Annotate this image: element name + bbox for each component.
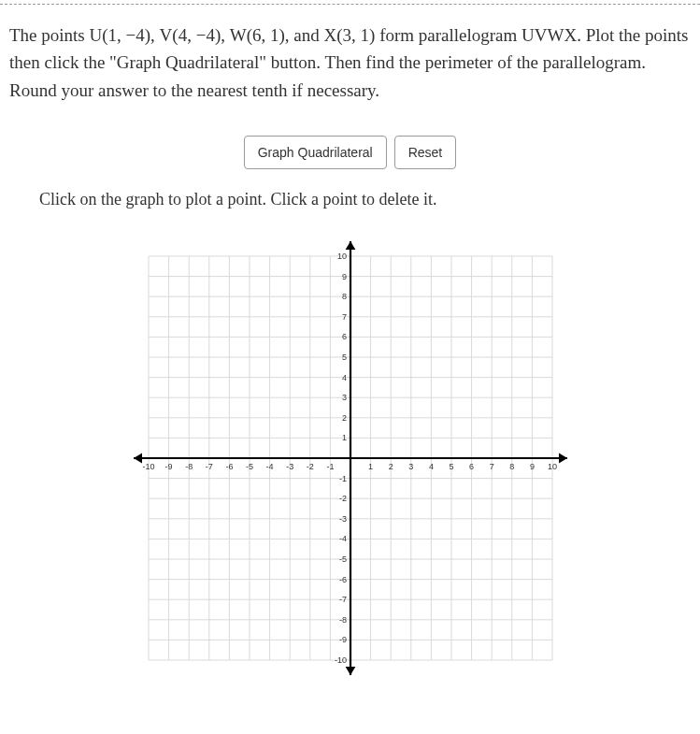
coordinate-plane[interactable]: -10-9-8-7-6-5-4-3-2-112345678910-10-9-8-… <box>126 234 575 683</box>
point-w-label: W <box>230 25 247 45</box>
button-row: Graph Quadrilateral Reset <box>0 136 700 169</box>
svg-marker-44 <box>559 453 567 464</box>
graph-quadrilateral-button[interactable]: Graph Quadrilateral <box>244 136 387 169</box>
svg-marker-45 <box>134 453 142 464</box>
point-w-coords: (6, 1) <box>247 25 285 45</box>
point-v-label: V <box>160 25 173 45</box>
question-prefix: The points <box>9 25 90 45</box>
point-x-label: X <box>324 25 337 45</box>
question-points: U(1, −4), V(4, −4), W(6, 1), and X(3, 1) <box>90 25 376 45</box>
svg-marker-46 <box>345 241 355 250</box>
section-divider <box>0 4 700 5</box>
point-u-coords: (1, −4) <box>102 25 150 45</box>
plot-area[interactable] <box>149 256 552 660</box>
graph-container: -10-9-8-7-6-5-4-3-2-112345678910-10-9-8-… <box>0 234 700 714</box>
point-v-coords: (4, −4) <box>172 25 221 45</box>
reset-button[interactable]: Reset <box>394 136 457 169</box>
plot-instruction: Click on the graph to plot a point. Clic… <box>0 190 700 209</box>
point-u-label: U <box>90 25 103 45</box>
point-x-coords: (3, 1) <box>336 25 375 45</box>
question-text: The points U(1, −4), V(4, −4), W(6, 1), … <box>0 22 700 104</box>
svg-marker-47 <box>345 667 355 675</box>
